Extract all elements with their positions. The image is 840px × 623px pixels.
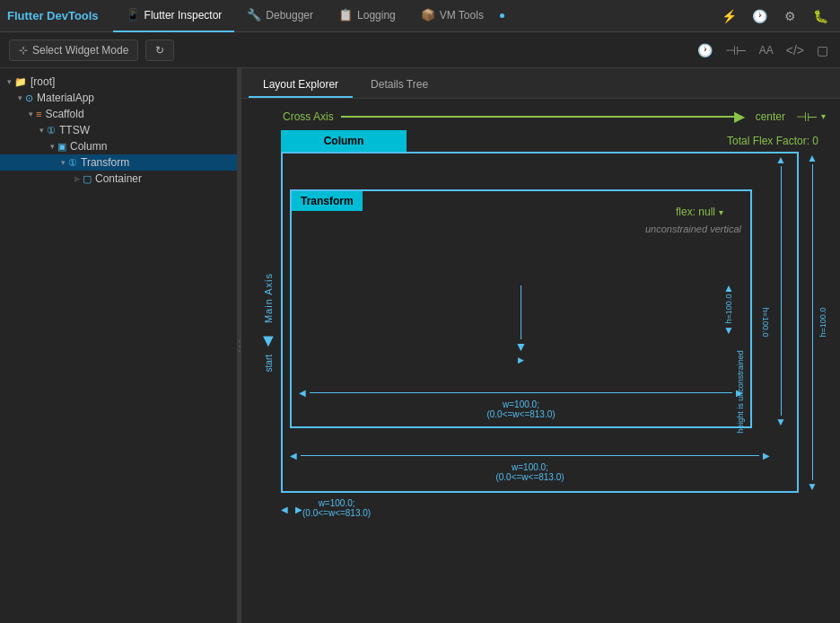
arrow-root: ▾ [4, 77, 14, 86]
inner-h-label: h=100.0 [724, 294, 733, 324]
tree-label-column: Column [70, 140, 107, 153]
outer-right-h-label: h=100.0 [818, 308, 827, 338]
lightning-icon[interactable]: ⚡ [716, 4, 741, 29]
arrow-ttsw: ▾ [36, 126, 47, 135]
tree-label-transform: Transform [81, 156, 129, 169]
material-icon: ⊙ [25, 92, 33, 104]
outer-width-label: w=100.0; (0.0<=w<=813.0) [290, 462, 770, 482]
outer-vert-measure: ▲ ▼ [772, 154, 790, 428]
cursor-icon: ⊹ [19, 44, 28, 57]
cross-axis-value: center [756, 110, 785, 123]
tree-label-root: [root] [31, 75, 55, 88]
tree-item-scaffold[interactable]: ▾ ≡ Scaffold [0, 106, 237, 122]
bottom-width-arrows: ◀ ▶ [281, 505, 302, 514]
main-axis-label: Main Axis [263, 273, 274, 323]
arrow-column: ▾ [47, 142, 57, 151]
total-flex-label: Total Flex Factor: 0 [407, 135, 826, 147]
tab-debugger[interactable]: 🔧 Debugger [234, 0, 326, 32]
cross-axis-row: Cross Axis ▶ center ⊣⊢ ▾ [256, 108, 826, 125]
layout-explorer-content: Cross Axis ▶ center ⊣⊢ ▾ Column Total Fl… [241, 99, 840, 623]
arrow-container: ▶ [72, 174, 83, 183]
select-widget-button[interactable]: ⊹ Select Widget Mode [9, 39, 138, 61]
scaffold-icon: ≡ [36, 109, 41, 119]
debugger-icon: 🔧 [247, 8, 261, 22]
column-box[interactable]: Transform flex: null ▾ unconstrained ver… [281, 152, 799, 493]
widget-tree: ▾ 📁 [root] ▾ ⊙ MaterialApp ▾ ≡ Scaffold … [0, 68, 238, 623]
refresh-icon: ↻ [155, 44, 164, 57]
cross-axis-dropdown[interactable]: ▾ [821, 111, 826, 121]
tab-details-tree[interactable]: Details Tree [356, 73, 442, 98]
right-arrow: ▶ [736, 388, 743, 398]
tree-label-scaffold: Scaffold [45, 108, 83, 120]
refresh-button[interactable]: ↻ [145, 39, 174, 61]
column-row: Column Total Flex Factor: 0 [256, 130, 826, 152]
ttsw-icon: ① [47, 125, 56, 136]
tab-vmtools[interactable]: 📦 VM Tools [408, 0, 496, 32]
cross-axis-label: Cross Axis [283, 110, 334, 123]
outer-width-arrows: ◀ ▶ [290, 451, 770, 461]
folder-icon: 📁 [14, 76, 27, 88]
column-icon: ▣ [57, 141, 66, 153]
transform-icon: ① [68, 157, 77, 169]
history-icon[interactable]: 🕐 [747, 4, 772, 29]
unconstrained-label: unconstrained vertical [645, 224, 741, 234]
outer-right-vert: ▲ ▼ h=100.0 [799, 152, 826, 493]
logging-icon: 📋 [338, 8, 353, 22]
column-header[interactable]: Column [281, 130, 407, 152]
tree-item-transform[interactable]: ▾ ① Transform [0, 154, 237, 171]
inner-width-arrows: ◀ ▶ [299, 388, 743, 398]
cross-axis-arrowhead: ▶ [734, 108, 745, 125]
toolbar: ⊹ Select Widget Mode ↻ 🕐 ⊣⊢ AA </> ▢ [0, 32, 840, 68]
main-axis-arrow: ▼ [259, 330, 277, 351]
timer-icon[interactable]: 🕐 [695, 40, 715, 60]
inner-width-label: w=100.0; (0.0<=w<=813.0) [299, 399, 743, 419]
text-icon[interactable]: AA [757, 41, 776, 59]
tab-layout-explorer[interactable]: Layout Explorer [249, 73, 353, 98]
inspector-icon: 📱 [126, 8, 140, 22]
tree-label-materialapp: MaterialApp [37, 92, 94, 104]
flex-null-label: flex: null ▾ [676, 206, 723, 218]
arrow-materialapp: ▾ [14, 93, 25, 102]
main-axis-start: start [264, 355, 274, 372]
arrow-transform: ▾ [57, 158, 68, 167]
topbar-right-icons: ⚡ 🕐 ⚙ 🐛 [716, 4, 833, 29]
main-axis-container: Main Axis ▼ start [256, 152, 281, 493]
vmtools-icon: 📦 [421, 8, 435, 22]
tree-item-container[interactable]: ▶ ▢ Container [0, 171, 237, 187]
notification-dot [500, 13, 504, 18]
inner-down-arrow: ▼ ▶ [515, 285, 528, 364]
bug-icon[interactable]: 🐛 [808, 4, 833, 29]
arrow-scaffold: ▾ [25, 110, 36, 118]
main-content: ▾ 📁 [root] ▾ ⊙ MaterialApp ▾ ≡ Scaffold … [0, 68, 840, 623]
tree-item-column[interactable]: ▾ ▣ Column [0, 138, 237, 154]
tree-label-ttsw: TTSW [59, 124, 90, 136]
container-icon: ▢ [83, 173, 92, 185]
sub-tabs: Layout Explorer Details Tree [241, 68, 840, 99]
code-icon[interactable]: </> [783, 40, 807, 60]
layout-box-container: Main Axis ▼ start Transform flex: null ▾ [256, 152, 826, 493]
left-arrow: ◀ [299, 388, 306, 398]
bottom-width-label: w=100.0; (0.0<=w<=813.0) [302, 498, 371, 518]
cross-axis-icon: ⊣⊢ [796, 110, 818, 124]
inner-width-measure: ◀ ▶ w=100.0; (0.0<=w<=813.0) [299, 384, 743, 419]
tab-inspector[interactable]: 📱 Flutter Inspector [113, 0, 235, 32]
app-title: Flutter DevTools [7, 9, 99, 22]
widget-icon[interactable]: ▢ [814, 40, 831, 60]
topbar: Flutter DevTools 📱 Flutter Inspector 🔧 D… [0, 0, 840, 32]
inner-height-measure: ▲ h=100.0 ▼ [723, 282, 734, 337]
bottom-measure-row: ◀ ▶ w=100.0; (0.0<=w<=813.0) [256, 496, 826, 518]
outer-width-measure: ◀ ▶ w=100.0; (0.0<=w<=813.0) [290, 447, 770, 482]
tree-label-container: Container [95, 172, 142, 185]
cross-axis-line: ▶ [341, 108, 745, 125]
flex-dropdown[interactable]: ▾ [719, 207, 723, 217]
right-panel: Layout Explorer Details Tree Cross Axis … [241, 68, 840, 623]
layout-icon[interactable]: ⊣⊢ [722, 40, 749, 60]
settings-icon[interactable]: ⚙ [777, 4, 802, 29]
tree-item-root[interactable]: ▾ 📁 [root] [0, 74, 237, 90]
tree-item-materialapp[interactable]: ▾ ⊙ MaterialApp [0, 90, 237, 106]
tab-logging[interactable]: 📋 Logging [326, 0, 408, 32]
transform-box[interactable]: Transform flex: null ▾ unconstrained ver… [290, 189, 752, 428]
transform-header: Transform [292, 191, 363, 211]
tree-item-ttsw[interactable]: ▾ ① TTSW [0, 122, 237, 138]
toolbar-right-icons: 🕐 ⊣⊢ AA </> ▢ [695, 40, 831, 60]
